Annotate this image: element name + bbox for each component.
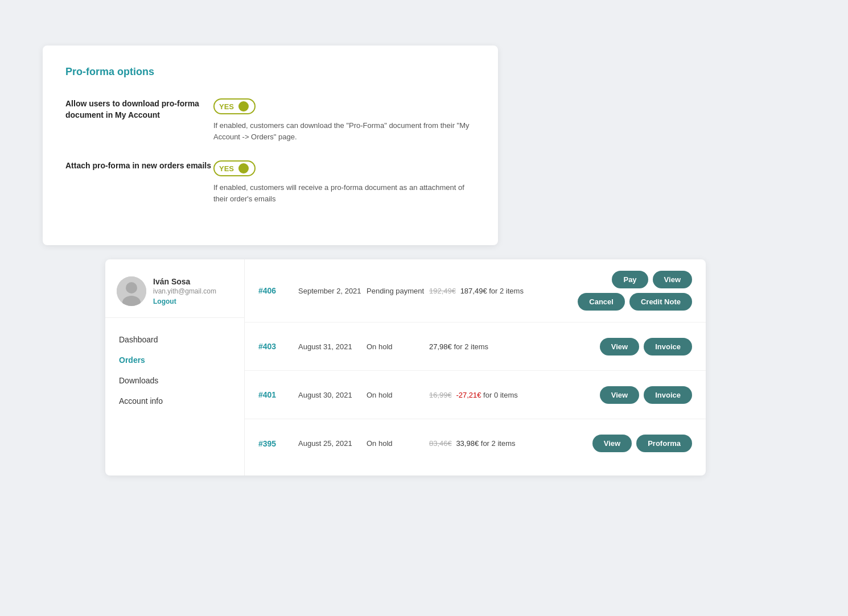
pay-button[interactable]: Pay xyxy=(612,271,648,288)
option-download-row: Allow users to download pro-forma docume… xyxy=(65,98,475,142)
order-status: On hold xyxy=(367,391,429,399)
sidebar-item-orders[interactable]: Orders xyxy=(105,350,244,370)
account-card: Iván Sosa ivan.yith@gmail.com Logout Das… xyxy=(105,259,706,476)
order-total: 83,46€ 33,98€ for 2 items xyxy=(429,439,567,448)
sidebar-item-account-info[interactable]: Account info xyxy=(105,391,244,411)
order-total: 192,49€ 187,49€ for 2 items xyxy=(429,287,567,295)
items-count: for 0 items xyxy=(483,391,518,399)
option-download-label: Allow users to download pro-forma docume… xyxy=(65,98,213,121)
table-row: #401 August 30, 2021 On hold 16,99€ -27,… xyxy=(245,371,706,419)
view-button[interactable]: View xyxy=(592,435,632,452)
option-attach-label: Attach pro-forma in new orders emails xyxy=(65,160,213,172)
user-profile: Iván Sosa ivan.yith@gmail.com Logout xyxy=(105,271,244,318)
order-total: 27,98€ for 2 items xyxy=(429,342,567,351)
credit-note-button[interactable]: Credit Note xyxy=(629,293,692,311)
svg-point-1 xyxy=(126,282,137,293)
order-id[interactable]: #401 xyxy=(258,390,298,399)
view-button[interactable]: View xyxy=(600,386,639,404)
price-original: 83,46€ xyxy=(429,439,452,448)
toggle-attach-dot xyxy=(238,163,249,173)
price-original: 16,99€ xyxy=(429,391,452,399)
proforma-options-card: Pro-forma options Allow users to downloa… xyxy=(43,46,498,245)
items-count: for 2 items xyxy=(454,342,488,351)
invoice-button[interactable]: Invoice xyxy=(644,338,692,355)
order-id[interactable]: #406 xyxy=(258,286,298,295)
price-new: 27,98€ xyxy=(429,342,452,351)
option-download-desc: If enabled, customers can download the "… xyxy=(213,120,475,142)
avatar xyxy=(117,276,146,306)
option-attach-row: Attach pro-forma in new orders emails YE… xyxy=(65,160,475,204)
table-row: #406 September 2, 2021 Pending payment 1… xyxy=(245,259,706,323)
account-sidebar: Iván Sosa ivan.yith@gmail.com Logout Das… xyxy=(105,259,245,476)
order-id[interactable]: #403 xyxy=(258,342,298,351)
order-id[interactable]: #395 xyxy=(258,439,298,448)
toggle-download-dot xyxy=(238,101,249,111)
toggle-attach-label: YES xyxy=(219,164,234,173)
user-name: Iván Sosa xyxy=(153,277,216,286)
table-row: #395 August 25, 2021 On hold 83,46€ 33,9… xyxy=(245,419,706,468)
order-date: September 2, 2021 xyxy=(298,287,367,295)
option-download-control: YES If enabled, customers can download t… xyxy=(213,98,475,142)
price-new: -27,21€ xyxy=(456,391,481,399)
user-email: ivan.yith@gmail.com xyxy=(153,287,216,295)
order-status: On hold xyxy=(367,342,429,351)
option-attach-desc: If enabled, customers will receive a pro… xyxy=(213,182,475,204)
toggle-download[interactable]: YES xyxy=(213,98,256,114)
order-date: August 30, 2021 xyxy=(298,391,367,399)
sidebar-item-dashboard[interactable]: Dashboard xyxy=(105,329,244,350)
toggle-attach[interactable]: YES xyxy=(213,160,256,176)
items-count: for 2 items xyxy=(481,439,516,448)
order-actions: View Invoice xyxy=(567,338,692,355)
order-status: Pending payment xyxy=(367,287,429,295)
option-attach-control: YES If enabled, customers will receive a… xyxy=(213,160,475,204)
order-actions: View Invoice xyxy=(567,386,692,404)
order-actions: View Proforma xyxy=(567,435,692,452)
orders-table: #406 September 2, 2021 Pending payment 1… xyxy=(245,259,706,476)
proforma-title: Pro-forma options xyxy=(65,66,475,78)
view-button[interactable]: View xyxy=(653,271,692,288)
order-total: 16,99€ -27,21€ for 0 items xyxy=(429,391,567,399)
order-status: On hold xyxy=(367,439,429,448)
price-original: 192,49€ xyxy=(429,287,456,295)
toggle-download-label: YES xyxy=(219,102,234,111)
proforma-button[interactable]: Proforma xyxy=(636,435,692,452)
items-count: for 2 items xyxy=(489,287,524,295)
table-row: #403 August 31, 2021 On hold 27,98€ for … xyxy=(245,323,706,371)
logout-link[interactable]: Logout xyxy=(153,297,176,305)
user-info: Iván Sosa ivan.yith@gmail.com Logout xyxy=(153,277,216,305)
cancel-button[interactable]: Cancel xyxy=(578,293,625,311)
order-date: August 31, 2021 xyxy=(298,342,367,351)
view-button[interactable]: View xyxy=(600,338,639,355)
invoice-button[interactable]: Invoice xyxy=(644,386,692,404)
price-new: 187,49€ xyxy=(460,287,487,295)
sidebar-item-downloads[interactable]: Downloads xyxy=(105,370,244,391)
order-date: August 25, 2021 xyxy=(298,439,367,448)
price-new: 33,98€ xyxy=(456,439,479,448)
order-actions: Pay View Cancel Credit Note xyxy=(567,271,692,311)
